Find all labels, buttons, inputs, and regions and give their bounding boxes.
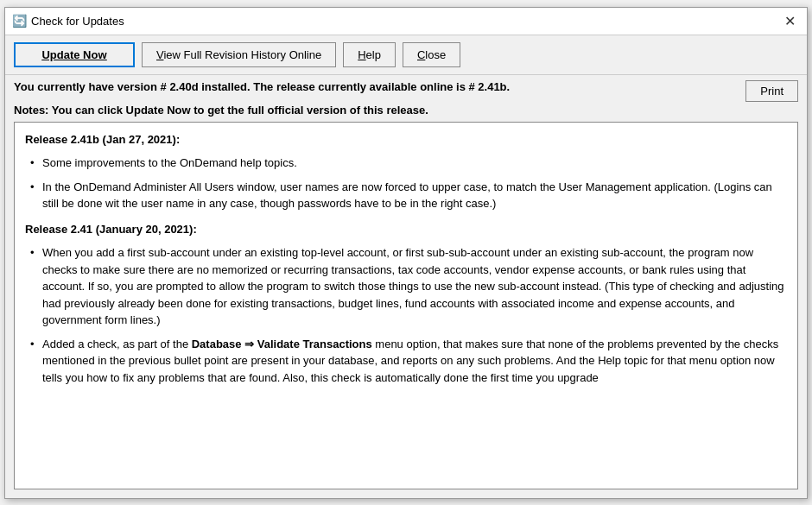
content-area: Release 2.41b (Jan 27, 2021): Some impro…: [14, 122, 798, 489]
info-bar: You currently have version # 2.40d insta…: [5, 75, 807, 122]
title-bar: 🔄 Check for Updates ✕: [5, 8, 807, 35]
info-row-2: Notes: You can click Update Now to get t…: [14, 104, 798, 117]
print-button[interactable]: Print: [745, 80, 798, 102]
title-bar-left: 🔄 Check for Updates: [12, 14, 124, 28]
help-u: H: [358, 48, 365, 61]
notes-info: Notes: You can click Update Now to get t…: [14, 104, 798, 117]
app-icon: 🔄: [12, 14, 26, 28]
help-button[interactable]: Help: [343, 42, 396, 67]
release-241-bullets: When you add a first sub-account under a…: [25, 244, 787, 386]
update-now-button[interactable]: Update Now: [14, 42, 135, 67]
list-item: Some improvements to the OnDemand help t…: [25, 155, 787, 172]
update-now-label: Update Now: [41, 48, 106, 61]
window-close-button[interactable]: ✕: [779, 10, 800, 31]
close-button[interactable]: Close: [403, 42, 460, 67]
window-title: Check for Updates: [31, 15, 124, 28]
title-bar-controls: ✕: [779, 10, 800, 31]
toolbar: Update Now View Full Revision History On…: [5, 35, 807, 75]
view-history-label: iew Full Revision History Online: [163, 48, 321, 61]
list-item: When you add a first sub-account under a…: [25, 244, 787, 329]
bold-db-validate: Database ⇒ Validate Transactions: [192, 338, 372, 350]
release-title-241b: Release 2.41b (Jan 27, 2021):: [25, 131, 787, 148]
version-info: You currently have version # 2.40d insta…: [14, 80, 745, 93]
view-history-button[interactable]: View Full Revision History Online: [142, 42, 336, 67]
list-item: In the OnDemand Administer All Users win…: [25, 179, 787, 212]
help-label: elp: [366, 48, 381, 61]
info-row-1: You currently have version # 2.40d insta…: [14, 80, 798, 102]
list-item: Added a check, as part of the Database ⇒…: [25, 336, 787, 387]
release-title-241: Release 2.41 (January 20, 2021):: [25, 221, 787, 238]
release-241b-bullets: Some improvements to the OnDemand help t…: [25, 155, 787, 212]
content-scroll[interactable]: Release 2.41b (Jan 27, 2021): Some impro…: [15, 123, 797, 489]
close-u: C: [417, 48, 425, 61]
close-label: lose: [425, 48, 446, 61]
main-window: 🔄 Check for Updates ✕ Update Now View Fu…: [4, 7, 808, 499]
